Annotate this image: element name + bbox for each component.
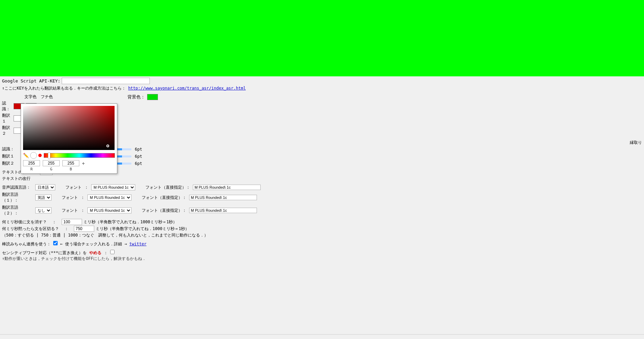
green-screen-area	[0, 0, 644, 76]
speech-lang-select[interactable]: 日本語	[35, 184, 55, 190]
lang-row-speech: 音声認識言語： 日本語 フォント ： M PLUS Rounded 1c フォン…	[2, 184, 642, 190]
縁取り-header: 縁取り	[110, 140, 642, 146]
bg-color-row: 背景色：	[127, 94, 158, 100]
time-row-split: 何ミリ秒黙ったら文を区切る？ ： ミリ秒（半角数字で入れてね．1000ミリ秒＝1…	[2, 226, 642, 232]
sensitive-section: センシティブワード対応（***に置き換え）を やめる ： ↑動作が重いときは，チ…	[2, 250, 642, 262]
color-left-col: 文字色 フチ色 認識： 翻訳１ 翻訳２	[2, 94, 53, 137]
integration-section: 棒読みちゃん連携を使う： ← 使う場合チェック入れる．詳細 → twitter	[2, 241, 642, 247]
time-clear-input[interactable]	[62, 219, 82, 225]
eyedropper-button[interactable]: ✏️	[23, 153, 29, 158]
text-newline-row: テキストの改行	[2, 176, 642, 182]
trans2-font-select[interactable]: M PLUS Rounded 1c	[87, 207, 132, 213]
recognition-border-value: 6pt	[135, 147, 142, 152]
color-header: 文字色 フチ色	[2, 94, 53, 100]
sensitive-checkbox[interactable]	[110, 250, 115, 254]
speech-font-direct[interactable]	[193, 185, 261, 190]
trans1-border-value: 6pt	[135, 154, 142, 159]
bg-color-swatch[interactable]	[147, 94, 158, 100]
g-input[interactable]	[43, 160, 60, 166]
twitter-link[interactable]: twitter	[129, 242, 147, 246]
time-note: （500：すぐ切る | 750：普通 | 1000：つなぐ 調整して，何も入れな…	[2, 232, 642, 238]
integration-checkbox[interactable]	[53, 241, 58, 245]
trans2-font-direct[interactable]	[189, 208, 257, 213]
lang-font-section: 音声認識言語： 日本語 フォント ： M PLUS Rounded 1c フォン…	[2, 184, 642, 216]
rgb-inputs: ÷	[23, 160, 115, 166]
api-key-link[interactable]: http://www.sayonari.com/trans_asr/index_…	[128, 86, 246, 91]
color-section: 文字色 フチ色 認識： 翻訳１ 翻訳２	[2, 94, 642, 137]
color-picker-popup: ✏️ ÷ R G	[21, 103, 117, 174]
hue-strip: ✏️	[23, 152, 115, 159]
rgb-labels: R G B	[23, 167, 115, 171]
sensitive-row: センシティブワード対応（***に置き換え）を やめる ：	[2, 250, 642, 256]
hue-cursor	[48, 153, 50, 159]
time-row-clear: 何ミリ秒後に文を消す？ ： ミリ秒（半角数字で入れてね．1000ミリ秒＝1秒）	[2, 219, 642, 225]
color-canvas-cursor	[106, 145, 109, 147]
color-selected-dot	[38, 154, 42, 157]
trans1-font-select[interactable]: M PLUS Rounded 1c	[87, 194, 132, 201]
trans1-lang-select[interactable]: 英語	[35, 194, 52, 201]
sensitive-note: ↑動作が重いときは，チェックを付けて機能をOFFにしたら，解決するかもね．	[2, 256, 642, 262]
trans2-border-value: 6pt	[135, 161, 142, 166]
time-split-input[interactable]	[74, 226, 94, 232]
color-canvas[interactable]	[23, 106, 115, 150]
color-mode-indicator: ÷	[82, 161, 85, 166]
time-section: 何ミリ秒後に文を消す？ ： ミリ秒（半角数字で入れてね．1000ミリ秒＝1秒） …	[2, 219, 642, 238]
b-input[interactable]	[62, 160, 79, 166]
r-input[interactable]	[23, 160, 40, 166]
bg-color-col: 背景色：	[127, 94, 158, 101]
color-gradient-bg	[23, 106, 115, 150]
api-key-input[interactable]	[62, 78, 150, 84]
trans1-font-direct[interactable]	[189, 195, 257, 200]
trans2-lang-select[interactable]: なし	[35, 207, 52, 213]
api-key-label: Google Script API-KEY:	[2, 78, 60, 83]
color-preview-circle	[30, 152, 37, 159]
speech-font-select[interactable]: M PLUS Rounded 1c	[91, 184, 135, 190]
api-key-row: Google Script API-KEY:	[2, 78, 642, 84]
lang-row-trans2: 翻訳言語（２）： なし フォント ： M PLUS Rounded 1c フォン…	[2, 205, 642, 216]
lang-row-trans1: 翻訳言語（１）： 英語 フォント ： M PLUS Rounded 1c フォン…	[2, 192, 642, 203]
api-key-info: ↑ここにKEYを入れたら翻訳結果も出る．キーの作成方法はこちら： http://…	[2, 86, 642, 91]
hue-bar[interactable]	[44, 153, 115, 158]
eyedropper-section: ✏️	[23, 152, 42, 159]
